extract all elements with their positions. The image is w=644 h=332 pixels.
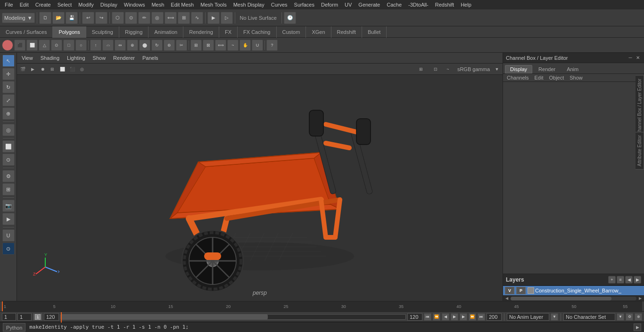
shelf-split-btn[interactable]: ✂ xyxy=(176,40,187,51)
vp-menu-renderer[interactable]: Renderer xyxy=(110,54,138,62)
soft-select-button[interactable]: ◎ xyxy=(151,12,164,24)
menu-cache[interactable]: Cache xyxy=(384,0,405,9)
menu-uv[interactable]: UV xyxy=(342,0,355,9)
prev-frame-button[interactable]: ◀ xyxy=(442,313,449,321)
soft-mod-button[interactable]: ◎ xyxy=(2,124,15,136)
lasso-select-button[interactable]: ⊙ xyxy=(2,154,15,166)
vt-play-btn[interactable]: ▶ xyxy=(28,65,37,73)
shelf-loop-btn[interactable]: ↻ xyxy=(151,40,163,51)
select-mode-button[interactable]: ⬡ xyxy=(112,12,124,24)
channel-box-side-tab[interactable]: Channel Box / Layer Editor xyxy=(636,75,644,138)
open-file-button[interactable]: 📂 xyxy=(52,12,65,24)
shelf-question-btn[interactable]: ? xyxy=(266,40,278,51)
snap-curve-button[interactable]: ∿ xyxy=(191,12,203,24)
menu-3dtool[interactable]: -3DtoAll- xyxy=(405,0,431,9)
timeline-range-bar[interactable] xyxy=(60,314,406,320)
tab-display[interactable]: Display xyxy=(505,65,532,73)
scale-tool-button[interactable]: ⤢ xyxy=(2,94,15,106)
shelf-torus-btn[interactable]: ⊙ xyxy=(51,40,62,51)
vp-menu-show[interactable]: Show xyxy=(90,54,109,62)
layer-arrow-left[interactable]: ◀ xyxy=(625,276,633,283)
go-start-button[interactable]: ⏮ xyxy=(424,313,431,321)
timeline-ruler[interactable]: 1 5 10 15 20 25 30 35 40 45 50 55 xyxy=(2,301,642,312)
shelf-sculpt-btn[interactable]: ✋ xyxy=(239,40,251,51)
shelf-fill-btn[interactable]: ⬤ xyxy=(139,40,150,51)
tab-sculpting[interactable]: Sculpting xyxy=(86,26,119,38)
shelf-bevel-btn[interactable]: ⌓ xyxy=(102,40,114,51)
camera-tool-button[interactable]: 📷 xyxy=(2,200,15,212)
layer-row[interactable]: V P Construction_Single_Wheel_Barrow_ xyxy=(503,286,644,295)
menu-generate[interactable]: Generate xyxy=(355,0,383,9)
tab-curves-surfaces[interactable]: Curves / Surfaces xyxy=(0,26,53,38)
paint-select-button[interactable]: ✏ xyxy=(138,12,150,24)
shelf-separate-btn[interactable]: ⊠ xyxy=(203,40,214,51)
channel-nav-channels[interactable]: Channels xyxy=(505,75,530,81)
shelf-uv-btn[interactable]: U xyxy=(252,40,263,51)
vt-grid-btn[interactable]: ⊞ xyxy=(48,65,57,73)
scrollbar-track[interactable] xyxy=(511,297,636,300)
rotate-tool-button[interactable]: ↻ xyxy=(2,81,15,93)
mode-dropdown[interactable]: Modeling ▼ xyxy=(2,13,35,23)
menu-modify[interactable]: Modify xyxy=(75,0,96,9)
range-end-2-field[interactable]: 200 xyxy=(487,313,502,321)
anim-layer-dropdown[interactable]: No Anim Layer xyxy=(507,313,549,321)
tab-render[interactable]: Render xyxy=(533,65,561,73)
tab-custom[interactable]: Custom xyxy=(277,26,306,38)
next-frame-button[interactable]: ▶ xyxy=(460,313,467,321)
tab-polygons[interactable]: Polygons xyxy=(53,26,86,38)
range-start-field[interactable]: 120 xyxy=(44,313,59,321)
menu-file[interactable]: File xyxy=(2,0,16,9)
range-end-field[interactable]: 120 xyxy=(407,313,422,321)
vt-num-1[interactable]: ⊞ xyxy=(414,65,428,73)
menu-mesh[interactable]: Mesh xyxy=(149,0,167,9)
next-key-button[interactable]: ⏩ xyxy=(469,313,476,321)
vt-wireframe-btn[interactable]: ⬜ xyxy=(58,65,67,73)
vp-menu-shading[interactable]: Shading xyxy=(38,54,62,62)
panel-minimize-button[interactable]: ─ xyxy=(627,55,634,61)
menu-display[interactable]: Display xyxy=(98,0,120,9)
shelf-bridge-btn[interactable]: ⇔ xyxy=(115,40,126,51)
shelf-target-weld-btn[interactable]: ⊛ xyxy=(164,40,175,51)
panel-close-button[interactable]: ✕ xyxy=(635,55,641,61)
char-set-arrow[interactable]: ▼ xyxy=(617,313,624,321)
lasso-button[interactable]: ⊙ xyxy=(125,12,137,24)
vt-smooth-btn[interactable]: ~ xyxy=(443,65,453,73)
snap-point-button[interactable]: ⊞ xyxy=(2,183,15,195)
prev-key-button[interactable]: ⏪ xyxy=(433,313,440,321)
tab-xgen[interactable]: XGen xyxy=(306,26,331,38)
anim-layer-arrow[interactable]: ▼ xyxy=(551,313,558,321)
layer-playback-toggle[interactable]: P xyxy=(516,287,526,294)
vt-camera-btn[interactable]: 🎬 xyxy=(18,65,27,73)
shelf-cube-btn[interactable]: ⬛ xyxy=(14,40,25,51)
char-set-settings[interactable]: ⚙ xyxy=(626,313,633,321)
menu-edit-mesh[interactable]: Edit Mesh xyxy=(168,0,197,9)
scroll-left-button[interactable]: ◀ xyxy=(504,296,510,301)
tab-animation[interactable]: Animation xyxy=(149,26,183,38)
vt-resolution-btn[interactable]: ⊡ xyxy=(429,65,443,73)
layer-arrow-right[interactable]: ▶ xyxy=(634,276,641,283)
universal-manip-button[interactable]: ⊕ xyxy=(2,107,15,120)
tab-redshift[interactable]: Redshift xyxy=(331,26,362,38)
layer-add-button[interactable]: + xyxy=(608,276,616,283)
menu-redshift[interactable]: Redshift xyxy=(432,0,457,9)
python-command[interactable]: makeIdentity -apply true -t 1 -r 1 -s 1 … xyxy=(29,324,630,330)
redo-button[interactable]: ↪ xyxy=(95,12,107,24)
char-set-dropdown[interactable]: No Character Set xyxy=(563,313,615,321)
menu-deform[interactable]: Deform xyxy=(318,0,341,9)
render-view-button[interactable]: ▶ xyxy=(2,213,15,225)
shelf-smooth-btn[interactable]: ~ xyxy=(227,40,239,51)
layer-color-swatch[interactable] xyxy=(528,287,534,294)
vt-record-btn[interactable]: ⏺ xyxy=(38,65,47,73)
tab-bullet[interactable]: Bullet xyxy=(362,26,387,38)
menu-select[interactable]: Select xyxy=(55,0,75,9)
vp-menu-panels[interactable]: Panels xyxy=(140,54,161,62)
shelf-merge-btn[interactable]: ⊕ xyxy=(127,40,138,51)
symmetry-button[interactable]: ⟺ xyxy=(165,12,177,24)
shelf-cylinder-btn[interactable]: ⬜ xyxy=(26,40,38,51)
show-manip-button[interactable]: ⚙ xyxy=(2,170,15,182)
shelf-cone-btn[interactable]: △ xyxy=(39,40,50,51)
menu-help[interactable]: Help xyxy=(458,0,474,9)
xray-button[interactable]: ⊙ xyxy=(2,243,15,255)
frame-indicator[interactable]: 1 xyxy=(33,313,42,321)
tab-anim[interactable]: Anim xyxy=(561,65,584,73)
